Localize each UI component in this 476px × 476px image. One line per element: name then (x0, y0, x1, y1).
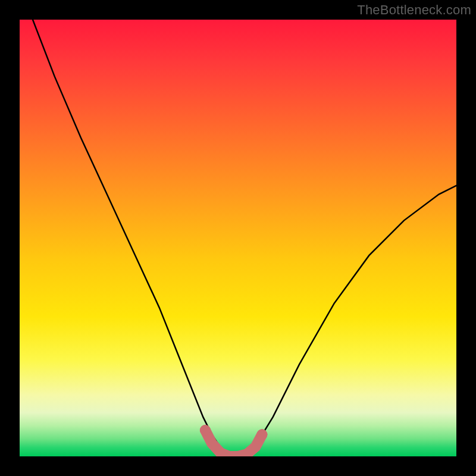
chart-canvas: TheBottleneck.com (0, 0, 476, 476)
highlight-endpoint-right (256, 429, 267, 440)
curve-svg (20, 20, 456, 456)
plot-area (20, 20, 456, 456)
highlight-endpoint-left (200, 425, 211, 436)
watermark-text: TheBottleneck.com (357, 2, 471, 18)
bottleneck-curve (33, 20, 456, 456)
trough-highlight (205, 430, 262, 456)
